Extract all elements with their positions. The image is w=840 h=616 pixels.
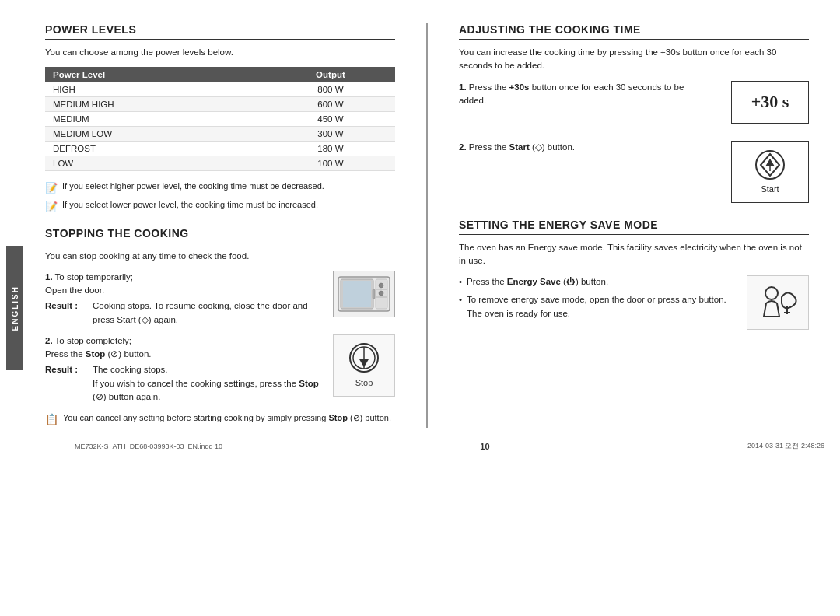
energy-bullet-1: Press the Energy Save (⏻) button.: [459, 275, 727, 289]
adjusting-intro: You can increase the cooking time by pre…: [459, 46, 809, 73]
svg-rect-8: [373, 289, 375, 299]
power-level-output: 600 W: [266, 97, 395, 112]
stop-bottom-note: 📋 You can cancel any setting before star…: [45, 411, 395, 428]
power-level-name: HIGH: [45, 82, 266, 97]
adjust-step2-row: 2. Press the Start (◇) button. Start: [459, 141, 809, 203]
adjust-step2-num: 2.: [459, 142, 467, 152]
power-note-2: 📝 If you select lower power level, the c…: [45, 199, 395, 214]
stopping-section: STOPPING THE COOKING You can stop cookin…: [45, 227, 395, 429]
right-column: ADJUSTING THE COOKING TIME You can incre…: [459, 23, 809, 428]
power-level-name: MEDIUM: [45, 112, 266, 127]
vertical-divider: [426, 23, 428, 428]
svg-point-6: [379, 291, 383, 296]
table-col-level: Power Level: [45, 67, 266, 82]
note-icon-2: 📝: [45, 200, 58, 214]
power-level-name: DEFROST: [45, 142, 266, 156]
stop-note-text: You can cancel any setting before starti…: [63, 411, 391, 425]
side-label-text: ENGLISH: [11, 285, 19, 331]
stop-step-2: 2. To stop completely;Press the Stop (⊘)…: [45, 334, 395, 404]
footer-left: ME732K-S_ATH_DE68-03993K-03_EN.indd 10: [75, 443, 222, 450]
stop-step2-result-text: The cooking stops.If you wish to cancel …: [93, 363, 325, 404]
stop-step1-result: Result : Cooking stops. To resume cookin…: [45, 299, 325, 327]
power-level-name: MEDIUM LOW: [45, 127, 266, 142]
stop-step2-result: Result : The cooking stops.If you wish t…: [45, 363, 325, 404]
table-row: LOW100 W: [45, 156, 395, 171]
footer: ME732K-S_ATH_DE68-03993K-03_EN.indd 10 1…: [59, 436, 840, 456]
power-level-output: 450 W: [266, 112, 395, 127]
stop-step2-text-block: 2. To stop completely;Press the Stop (⊘)…: [45, 334, 325, 404]
stop-step1-result-label: Result :: [45, 299, 88, 327]
stop-step2-text: To stop completely;Press the Stop (⊘) bu…: [45, 336, 152, 359]
energy-save-image: [747, 275, 809, 330]
stop-step-1: 1. To stop temporarily;Open the door. Re…: [45, 271, 395, 327]
stop-step1-result-text: Cooking stops. To resume cooking, close …: [93, 299, 325, 327]
stop-note-icon: 📋: [45, 411, 58, 428]
power-level-output: 180 W: [266, 142, 395, 156]
power-levels-intro: You can choose among the power levels be…: [45, 46, 395, 59]
power-level-name: MEDIUM HIGH: [45, 97, 266, 112]
adjust-step2-text: 2. Press the Start (◇) button.: [459, 141, 712, 154]
stop-label: Stop: [355, 376, 373, 390]
energy-save-section: SETTING THE ENERGY SAVE MODE The oven ha…: [459, 219, 809, 331]
stop-step2-num: 2.: [45, 336, 53, 345]
svg-rect-7: [343, 281, 371, 307]
power-level-output: 300 W: [266, 127, 395, 142]
power-level-name: LOW: [45, 156, 266, 171]
adjust-step1-num: 1.: [459, 82, 467, 92]
microwave-svg: [337, 274, 391, 314]
power-levels-table: Power Level Output HIGH800 WMEDIUM HIGH6…: [45, 67, 395, 171]
start-label: Start: [761, 184, 779, 194]
main-content: POWER LEVELS You can choose among the po…: [30, 0, 840, 456]
stop-step1-text: To stop temporarily;Open the door.: [45, 272, 133, 295]
stop-icon-svg: [348, 342, 380, 373]
stop-step2-result-label: Result :: [45, 363, 88, 404]
power-levels-section: POWER LEVELS You can choose among the po…: [45, 23, 395, 215]
stop-step2-header: 2. To stop completely;Press the Stop (⊘)…: [45, 334, 325, 362]
stop-step1-text-block: 1. To stop temporarily;Open the door. Re…: [45, 271, 325, 327]
energy-save-intro: The oven has an Energy save mode. This f…: [459, 241, 809, 268]
power-note-2-text: If you select lower power level, the coo…: [62, 199, 318, 211]
note-icon-1: 📝: [45, 181, 58, 195]
side-label: ENGLISH: [0, 0, 30, 616]
svg-point-17: [765, 287, 778, 299]
footer-right: 2014-03-31 오전 2:48:26: [747, 441, 824, 451]
plus30-text: +30 s: [751, 92, 789, 112]
stop-step1-with-image: 1. To stop temporarily;Open the door. Re…: [45, 271, 395, 327]
table-row: HIGH800 W: [45, 82, 395, 97]
page-number: 10: [480, 442, 489, 451]
svg-marker-12: [359, 359, 369, 367]
power-note-1: 📝 If you select higher power level, the …: [45, 180, 395, 195]
energy-save-content: Press the Energy Save (⏻) button. To rem…: [459, 275, 809, 330]
table-row: MEDIUM450 W: [45, 112, 395, 127]
start-button-image: Start: [731, 141, 809, 203]
stop-step1-num: 1.: [45, 272, 53, 282]
power-level-output: 800 W: [266, 82, 395, 97]
adjusting-section: ADJUSTING THE COOKING TIME You can incre…: [459, 23, 809, 203]
power-note-1-text: If you select higher power level, the co…: [62, 180, 324, 192]
adjust-step1-row: 1. Press the +30s button once for each 3…: [459, 81, 809, 131]
stop-step2-with-image: 2. To stop completely;Press the Stop (⊘)…: [45, 334, 395, 404]
stopping-title: STOPPING THE COOKING: [45, 227, 395, 243]
stop-button-image: Stop: [333, 334, 395, 397]
adjusting-title: ADJUSTING THE COOKING TIME: [459, 23, 809, 40]
table-row: MEDIUM LOW300 W: [45, 127, 395, 142]
power-levels-title: POWER LEVELS: [45, 23, 395, 40]
plus30-display: +30 s: [731, 81, 809, 124]
left-column: POWER LEVELS You can choose among the po…: [45, 23, 395, 428]
energy-save-svg: [754, 282, 801, 324]
energy-save-title: SETTING THE ENERGY SAVE MODE: [459, 219, 809, 235]
content-area: POWER LEVELS You can choose among the po…: [30, 0, 840, 436]
adjust-step1-content: Press the +30s button once for each 30 s…: [459, 82, 684, 105]
energy-bullet-2: To remove energy save mode, open the doo…: [459, 293, 727, 320]
power-level-output: 100 W: [266, 156, 395, 171]
adjust-step1-text: 1. Press the +30s button once for each 3…: [459, 81, 712, 108]
start-icon-svg: [754, 149, 786, 180]
stop-step1-header: 1. To stop temporarily;Open the door.: [45, 271, 325, 298]
stopping-intro: You can stop cooking at any time to chec…: [45, 250, 395, 263]
microwave-image: [333, 271, 395, 317]
adjust-step2-content: Press the Start (◇) button.: [469, 142, 575, 152]
table-row: MEDIUM HIGH600 W: [45, 97, 395, 112]
svg-point-5: [379, 283, 383, 288]
side-label-bar: ENGLISH: [6, 246, 23, 370]
table-col-output: Output: [266, 67, 395, 82]
